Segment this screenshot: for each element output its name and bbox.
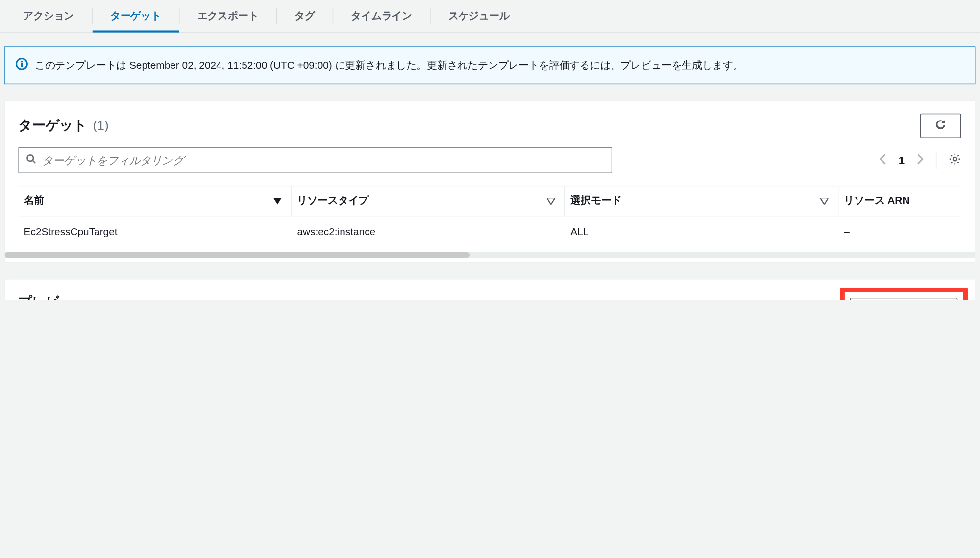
scrollbar-thumb[interactable] bbox=[5, 252, 470, 257]
filter-input[interactable] bbox=[42, 154, 605, 166]
targets-title-text: ターゲット bbox=[18, 118, 86, 133]
tab-target[interactable]: ターゲット bbox=[93, 0, 179, 32]
cell-resource-arn: – bbox=[838, 216, 961, 246]
cell-resource-type: aws:ec2:instance bbox=[292, 216, 565, 246]
tab-bar: アクション ターゲット エクスポート タグ タイムライン スケジュール bbox=[0, 0, 980, 33]
search-icon bbox=[26, 154, 37, 167]
svg-rect-2 bbox=[21, 61, 23, 62]
svg-point-3 bbox=[27, 155, 33, 161]
table-header: 名前 リソースタイプ 選択モード リソース ARN bbox=[18, 185, 961, 215]
targets-count: (1) bbox=[93, 119, 109, 133]
col-selection-mode[interactable]: 選択モード bbox=[565, 186, 838, 216]
svg-point-5 bbox=[953, 157, 956, 161]
tab-tag[interactable]: タグ bbox=[277, 0, 333, 32]
sort-icon bbox=[547, 195, 555, 207]
col-resource-arn[interactable]: リソース ARN bbox=[838, 186, 961, 216]
tab-export[interactable]: エクスポート bbox=[179, 0, 276, 32]
highlight-annotation: プレビューを生成 bbox=[840, 287, 968, 299]
cell-selection-mode: ALL bbox=[565, 216, 838, 246]
sort-desc-icon bbox=[273, 195, 282, 207]
generate-preview-button[interactable]: プレビューを生成 bbox=[850, 297, 957, 299]
preview-title: プレビュー bbox=[18, 293, 961, 300]
info-icon bbox=[16, 58, 28, 72]
sort-icon bbox=[820, 195, 829, 207]
page-prev[interactable] bbox=[880, 154, 886, 167]
table-row[interactable]: Ec2StressCpuTarget aws:ec2:instance ALL … bbox=[18, 215, 961, 246]
col-resource-type[interactable]: リソースタイプ bbox=[292, 186, 565, 216]
page-number: 1 bbox=[899, 154, 905, 166]
horizontal-scrollbar[interactable] bbox=[5, 252, 975, 257]
cell-name: Ec2StressCpuTarget bbox=[18, 216, 292, 246]
tab-timeline[interactable]: タイムライン bbox=[333, 0, 430, 32]
settings-button[interactable] bbox=[949, 153, 961, 167]
pagination: 1 bbox=[880, 152, 961, 168]
svg-rect-1 bbox=[21, 63, 23, 67]
targets-title: ターゲット (1) bbox=[18, 116, 108, 134]
banner-text: このテンプレートは September 02, 2024, 11:52:00 (… bbox=[35, 56, 743, 73]
filter-box[interactable] bbox=[18, 147, 612, 173]
tab-schedule[interactable]: スケジュール bbox=[431, 0, 527, 32]
tab-action[interactable]: アクション bbox=[5, 0, 92, 32]
refresh-button[interactable] bbox=[920, 113, 961, 138]
refresh-icon bbox=[934, 119, 947, 133]
page-next[interactable] bbox=[917, 154, 924, 167]
preview-panel: プレビュー アクションを実行する前に実験のターゲットを確認するには、このプレビュ… bbox=[4, 278, 975, 299]
info-banner: このテンプレートは September 02, 2024, 11:52:00 (… bbox=[4, 46, 975, 84]
col-name[interactable]: 名前 bbox=[18, 186, 292, 216]
targets-panel: ターゲット (1) 1 bbox=[4, 100, 975, 262]
svg-line-4 bbox=[33, 161, 36, 164]
